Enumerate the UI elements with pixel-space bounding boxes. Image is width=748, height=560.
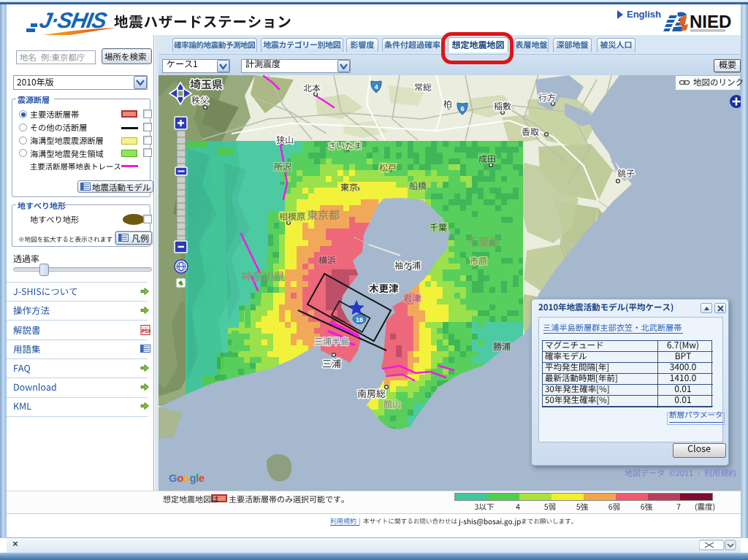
svg-text:e: e	[199, 472, 205, 484]
svg-text:4: 4	[374, 83, 378, 91]
svg-text:PDF: PDF	[142, 329, 150, 334]
svg-text:G: G	[169, 472, 177, 484]
svg-text:J·SHIS: J·SHIS	[38, 8, 109, 32]
svg-text:6: 6	[460, 105, 464, 112]
svg-text:NIED: NIED	[690, 12, 731, 31]
svg-text:16: 16	[356, 316, 363, 323]
